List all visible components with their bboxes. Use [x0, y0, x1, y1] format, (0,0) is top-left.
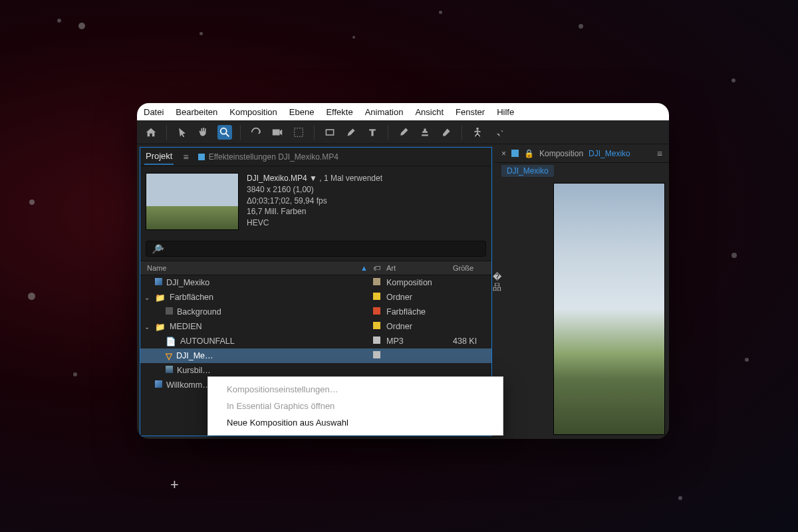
file-name: DJI_Mexiko.MP4 — [247, 174, 307, 183]
row-type-icon — [166, 307, 173, 317]
menu-hilfe[interactable]: Hilfe — [497, 107, 514, 117]
toolbar — [137, 120, 669, 144]
tag-swatch-icon — [373, 278, 380, 285]
col-name[interactable]: Name — [147, 264, 166, 272]
pin-tool-icon[interactable] — [491, 125, 506, 140]
composition-preview[interactable] — [499, 183, 665, 435]
context-menu: Kompositionseinstellungen…In Essential G… — [207, 376, 503, 436]
row-name: Farbflächen — [170, 293, 213, 302]
svg-rect-4 — [326, 130, 333, 135]
comp-swatch-icon — [198, 154, 205, 160]
row-type-icon: 📁 — [155, 293, 166, 303]
tag-swatch-icon — [373, 351, 380, 358]
row-size: 438 KI — [453, 336, 493, 346]
col-art[interactable]: Art — [386, 264, 453, 272]
cursor-crosshair-icon: + — [170, 476, 179, 493]
tab-effect-settings[interactable]: Effekteinstellungen DJI_Mexiko.MP4 — [198, 152, 338, 162]
menu-komposition[interactable]: Komposition — [229, 107, 277, 117]
expand-arrow-icon[interactable]: ⌄ — [144, 294, 151, 301]
hand-tool-icon[interactable] — [196, 125, 211, 140]
comp-breadcrumb[interactable]: DJI_Mexiko — [501, 165, 554, 177]
file-duration: Δ0;03;17;02, 59,94 fps — [247, 196, 382, 207]
row-name: Kursbil… — [177, 366, 211, 375]
tab-project[interactable]: Projekt — [144, 148, 174, 165]
context-menu-item[interactable]: Neue Komposition aus Auswahl — [208, 414, 503, 431]
pen-tool-icon[interactable] — [344, 125, 358, 140]
file-thumbnail — [146, 173, 239, 230]
eraser-tool-icon[interactable] — [439, 125, 454, 140]
rectangle-tool-icon[interactable] — [323, 125, 337, 140]
search-input[interactable]: 🔎 ▾ — [146, 241, 486, 257]
file-colors: 16,7 Mill. Farben — [247, 206, 382, 217]
menu-fenster[interactable]: Fenster — [456, 107, 485, 117]
col-tag-icon[interactable]: 🏷 — [373, 264, 386, 272]
menubar: Datei Bearbeiten Komposition Ebene Effek… — [137, 103, 669, 120]
type-tool-icon[interactable] — [365, 125, 380, 140]
tag-swatch-icon — [373, 307, 380, 315]
puppet-tool-icon[interactable] — [470, 125, 485, 140]
selection-tool-icon[interactable] — [175, 125, 190, 140]
column-headers: Name ▲ 🏷 Art Größe — [140, 261, 491, 275]
expand-arrow-icon[interactable]: ⌄ — [144, 323, 151, 331]
project-row[interactable]: DJI_MexikoKomposition�品 — [140, 275, 491, 290]
project-row[interactable]: Kursbil… — [140, 363, 491, 378]
preview-image — [553, 183, 665, 435]
file-usage: , 1 Mal verwendet — [319, 174, 382, 183]
composition-panel: × 🔒 Komposition DJI_Mexiko ≡ DJI_Mexiko — [495, 144, 669, 439]
close-tab-icon[interactable]: × — [501, 149, 506, 158]
dropdown-arrow-icon[interactable]: ▼ — [309, 174, 317, 183]
project-row[interactable]: BackgroundFarbfläche — [140, 305, 491, 319]
svg-line-1 — [226, 133, 229, 136]
panel-menu-icon[interactable]: ≡ — [183, 152, 188, 162]
svg-point-0 — [221, 128, 227, 134]
row-type: Ordner — [386, 322, 453, 331]
comp-prefix: Komposition — [539, 149, 583, 158]
project-tree: DJI_MexikoKomposition�品⌄📁FarbflächenOrdn… — [140, 275, 491, 392]
panel-menu-icon[interactable]: ≡ — [657, 148, 662, 159]
menu-ebene[interactable]: Ebene — [289, 107, 315, 117]
project-row[interactable]: ▽DJI_Me… — [140, 348, 491, 363]
menu-animation[interactable]: Animation — [365, 107, 404, 117]
project-row[interactable]: ⌄📁MEDIENOrdner — [140, 319, 491, 334]
camera-tool-icon[interactable] — [270, 125, 285, 140]
zoom-tool-icon[interactable] — [217, 125, 232, 140]
row-name: Willkomm… — [166, 380, 211, 390]
menu-effekte[interactable]: Effekte — [326, 107, 352, 117]
row-type-icon: 📄 — [166, 336, 176, 346]
svg-rect-2 — [273, 129, 280, 135]
row-type: MP3 — [386, 336, 453, 346]
tag-swatch-icon — [373, 322, 380, 329]
row-name: DJI_Mexiko — [166, 278, 209, 287]
row-type-icon — [166, 366, 173, 375]
comp-icon — [511, 150, 519, 157]
orbit-tool-icon[interactable] — [249, 125, 263, 140]
row-type-icon — [155, 278, 162, 287]
lock-icon[interactable]: 🔒 — [524, 149, 534, 158]
clone-stamp-tool-icon[interactable] — [418, 125, 432, 140]
row-type: Farbfläche — [386, 307, 453, 317]
svg-rect-3 — [295, 128, 303, 136]
row-type: Komposition — [386, 278, 453, 287]
project-row[interactable]: 📄AUTOUNFALLMP3438 KI — [140, 334, 491, 348]
file-resolution: 3840 x 2160 (1,00) — [247, 184, 382, 196]
row-name: DJI_Me… — [176, 351, 213, 360]
row-name: MEDIEN — [170, 322, 202, 331]
sort-arrow-icon[interactable]: ▲ — [360, 264, 368, 272]
row-type-icon: ▽ — [166, 351, 172, 361]
row-type-icon — [155, 380, 162, 390]
row-type-icon: 📁 — [155, 322, 166, 332]
project-row[interactable]: ⌄📁FarbflächenOrdner — [140, 290, 491, 305]
svg-point-5 — [476, 127, 479, 130]
row-name: AUTOUNFALL — [180, 336, 235, 346]
menu-bearbeiten[interactable]: Bearbeiten — [176, 107, 217, 117]
context-menu-item: Kompositionseinstellungen… — [208, 381, 503, 398]
menu-datei[interactable]: Datei — [144, 107, 164, 117]
col-size[interactable]: Größe — [453, 264, 493, 272]
row-name: Background — [177, 307, 221, 317]
home-icon[interactable] — [144, 125, 158, 140]
comp-name[interactable]: DJI_Mexiko — [589, 149, 630, 158]
tag-swatch-icon — [373, 336, 380, 344]
roi-tool-icon[interactable] — [291, 125, 306, 140]
brush-tool-icon[interactable] — [396, 125, 411, 140]
menu-ansicht[interactable]: Ansicht — [415, 107, 444, 117]
